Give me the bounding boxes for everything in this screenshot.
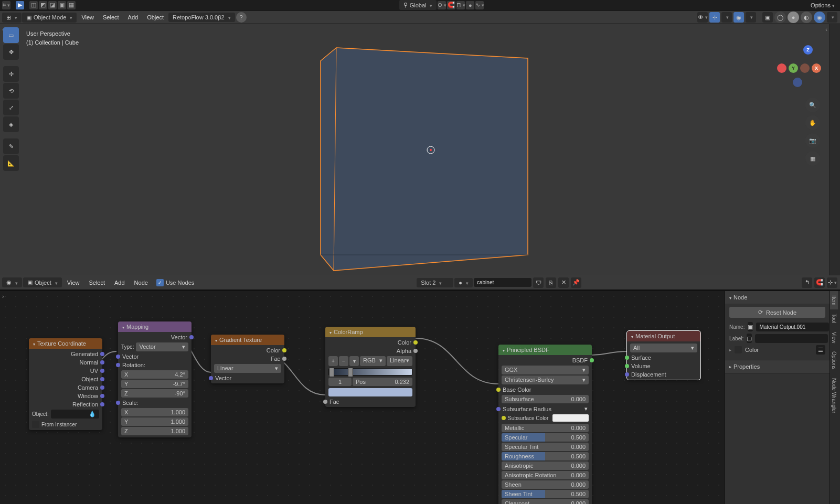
new-material-icon[interactable]: ⎘: [546, 277, 556, 288]
scale-tool[interactable]: ⤢: [3, 100, 19, 115]
editor-type-dropdown[interactable]: ⊞: [2, 13, 22, 23]
options-dropdown[interactable]: Options: [807, 2, 838, 8]
rot-x[interactable]: X4.2°: [121, 370, 188, 379]
param-sheen-tint[interactable]: Sheen Tint0.500: [502, 490, 589, 498]
node-node-menu[interactable]: Node: [130, 278, 152, 287]
pivot-dropdown[interactable]: ⊙: [438, 1, 446, 9]
param-anisotropic-rotation[interactable]: Anisotropic Rotation0.000: [502, 471, 589, 479]
ramp-index[interactable]: 1: [328, 378, 352, 386]
tab-node-wrangler[interactable]: Node Wrangler: [830, 374, 838, 417]
param-specular[interactable]: Specular0.500: [502, 433, 589, 442]
cursor-tool-icon[interactable]: ▶: [16, 1, 24, 9]
sss-method-dropdown[interactable]: Christensen-Burley▾: [502, 376, 589, 384]
ramp-colormode[interactable]: RGB▾: [360, 356, 386, 366]
select-subtract-icon[interactable]: ◪: [48, 1, 57, 9]
shading-matpreview[interactable]: ◐: [801, 12, 812, 23]
color-checkbox[interactable]: [735, 346, 742, 353]
param-specular-tint[interactable]: Specular Tint0.000: [502, 443, 589, 451]
snap-mode-dropdown[interactable]: ⊓: [456, 1, 465, 9]
node-label-input[interactable]: [755, 334, 828, 343]
camera-icon[interactable]: 📷: [805, 133, 820, 148]
parent-node-icon[interactable]: ↰: [802, 277, 812, 288]
ramp-stop-1[interactable]: [348, 368, 353, 377]
distribution-dropdown[interactable]: GGX▾: [502, 366, 589, 374]
node-add-menu[interactable]: Add: [110, 278, 129, 287]
select-extend-icon[interactable]: ◩: [39, 1, 47, 9]
overlay-toggle[interactable]: ◉: [733, 12, 744, 23]
measure-tool[interactable]: 📐: [3, 155, 19, 171]
ramp-color-swatch[interactable]: [328, 388, 412, 396]
mode-dropdown[interactable]: ▣Object Mode: [22, 13, 77, 23]
perspective-icon[interactable]: ▦: [805, 151, 820, 166]
snap-menu-icon[interactable]: ⌗: [2, 1, 10, 9]
output-target-dropdown[interactable]: All▾: [630, 344, 697, 352]
gizmo-toggle[interactable]: ⊹: [709, 12, 720, 23]
node-gradient-texture[interactable]: Gradient Texture Color Fac Linear▾ Vecto…: [211, 335, 284, 383]
zoom-icon[interactable]: 🔍: [805, 98, 820, 112]
tab-item[interactable]: Item: [830, 291, 838, 309]
transform-tool[interactable]: ◈: [3, 116, 19, 132]
tab-options[interactable]: Options: [830, 347, 838, 373]
colorramp-gradient[interactable]: [328, 368, 412, 376]
ramp-interp[interactable]: Linear▾: [387, 356, 412, 366]
tab-view[interactable]: View: [830, 328, 838, 348]
subsurface-color-swatch[interactable]: [552, 414, 589, 422]
param-metallic[interactable]: Metallic0.000: [502, 424, 589, 432]
node-view-menu[interactable]: View: [63, 278, 84, 287]
list-icon[interactable]: ☰: [816, 345, 825, 355]
retopoflow-dropdown[interactable]: RetopoFlow 3.0.0β2: [168, 13, 235, 22]
shading-rendered[interactable]: ◉: [814, 12, 825, 23]
rot-y[interactable]: Y-9.7°: [121, 380, 188, 388]
param-roughness[interactable]: Roughness0.500: [502, 452, 589, 460]
visibility-dropdown[interactable]: 👁: [697, 12, 708, 23]
select-invert-icon[interactable]: ▦: [67, 1, 76, 9]
node-texture-coordinate[interactable]: Texture Coordinate Generated Normal UV O…: [29, 338, 102, 430]
ramp-tools-icon[interactable]: ▾: [349, 356, 359, 366]
object-menu[interactable]: Object: [143, 13, 168, 22]
fake-user-icon[interactable]: 🛡: [533, 277, 544, 288]
select-tool[interactable]: ▭: [3, 27, 19, 43]
snap-node-icon[interactable]: 🧲: [814, 277, 825, 288]
reset-node-button[interactable]: ⟳ Reset Node: [729, 307, 825, 318]
shading-dropdown[interactable]: [827, 12, 837, 23]
proportional-toggle[interactable]: ●: [466, 1, 474, 9]
snap-toggle[interactable]: 🧲: [447, 1, 455, 9]
param-subsurface[interactable]: Subsurface0.000: [502, 395, 589, 403]
viewport-3d[interactable]: ‹ User Perspective (1) Collection | Cube…: [0, 24, 830, 275]
gizmo-dropdown[interactable]: [721, 12, 732, 23]
from-instancer-checkbox[interactable]: [32, 421, 39, 428]
node-mapping[interactable]: Mapping Vector Type: Vector▾ Vector Rota…: [118, 321, 192, 437]
proportional-dropdown[interactable]: ∿: [475, 1, 484, 9]
navigation-gizmo[interactable]: Z Y X: [777, 45, 819, 87]
gradient-mode-dropdown[interactable]: Linear▾: [214, 364, 281, 373]
ramp-remove-icon[interactable]: −: [339, 356, 348, 366]
use-nodes-toggle[interactable]: ✓ Use Nodes: [153, 279, 197, 286]
node-canvas[interactable]: cabinet › Texture Coordinate Generated N…: [0, 291, 725, 504]
select-menu[interactable]: Select: [99, 13, 123, 22]
param-anisotropic[interactable]: Anisotropic0.000: [502, 462, 589, 470]
node-name-input[interactable]: [756, 323, 829, 331]
scale-y[interactable]: Y1.000: [121, 417, 188, 426]
node-principled-bsdf[interactable]: Principled BSDF BSDF GGX▾ Christensen-Bu…: [498, 345, 592, 504]
slot-dropdown[interactable]: Slot 2: [417, 278, 453, 287]
rot-z[interactable]: Z-90°: [121, 389, 188, 398]
sidebar-properties-header[interactable]: ▸Properties: [725, 360, 830, 373]
view-menu[interactable]: View: [77, 13, 98, 22]
help-icon[interactable]: ?: [236, 12, 247, 23]
material-name-input[interactable]: [474, 278, 531, 287]
select-box-icon[interactable]: ◫: [29, 1, 38, 9]
node-material-output[interactable]: Material Output All▾ Surface Volume Disp…: [627, 331, 700, 380]
rotate-tool[interactable]: ⟲: [3, 83, 19, 99]
param-clearcoat[interactable]: Clearcoat0.000: [502, 499, 589, 504]
scale-z[interactable]: Z1.000: [121, 427, 188, 435]
sidebar-node-header[interactable]: Node: [725, 291, 830, 304]
node-select-menu[interactable]: Select: [84, 278, 109, 287]
object-field[interactable]: 💧: [51, 410, 99, 419]
tab-tool[interactable]: Tool: [830, 309, 838, 327]
select-intersect-icon[interactable]: ▣: [58, 1, 66, 9]
unlink-icon[interactable]: ✕: [558, 277, 569, 288]
node-data-dropdown[interactable]: ▣Object: [23, 277, 62, 287]
pan-icon[interactable]: ✋: [805, 115, 820, 130]
pin-icon[interactable]: 📌: [571, 277, 581, 288]
mapping-type-dropdown[interactable]: Vector▾: [136, 342, 188, 351]
